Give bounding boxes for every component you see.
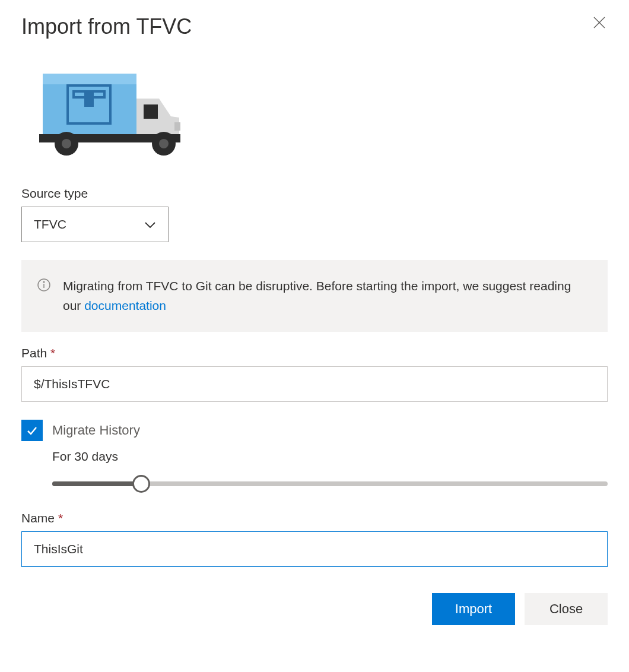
chevron-down-icon (144, 217, 156, 232)
path-label: Path * (21, 346, 608, 360)
name-input[interactable] (21, 531, 608, 567)
svg-rect-8 (144, 104, 158, 119)
svg-point-16 (43, 281, 45, 283)
source-type-dropdown[interactable]: TFVC (21, 207, 169, 242)
svg-point-11 (62, 139, 71, 148)
info-banner: Migrating from TFVC to Git can be disrup… (21, 260, 608, 332)
source-type-value: TFVC (34, 217, 66, 232)
path-input[interactable] (21, 366, 608, 402)
migrate-history-checkbox[interactable] (21, 420, 43, 441)
source-type-label: Source type (21, 186, 608, 201)
history-days-label: For 30 days (52, 449, 608, 464)
svg-rect-9 (174, 122, 180, 131)
truck-illustration-icon (21, 72, 608, 158)
name-label: Name * (21, 511, 608, 525)
slider-thumb[interactable] (132, 475, 150, 493)
close-icon[interactable] (591, 14, 608, 31)
history-days-slider[interactable] (52, 474, 608, 493)
dialog-title: Import from TFVC (21, 14, 192, 39)
svg-rect-3 (43, 74, 136, 84)
svg-rect-6 (84, 91, 94, 107)
info-text: Migrating from TFVC to Git can be disrup… (63, 277, 592, 315)
documentation-link[interactable]: documentation (84, 299, 166, 312)
migrate-history-label: Migrate History (52, 423, 140, 438)
info-icon (37, 278, 51, 294)
import-button[interactable]: Import (432, 593, 515, 625)
close-button[interactable]: Close (525, 593, 608, 625)
svg-point-13 (159, 139, 169, 148)
